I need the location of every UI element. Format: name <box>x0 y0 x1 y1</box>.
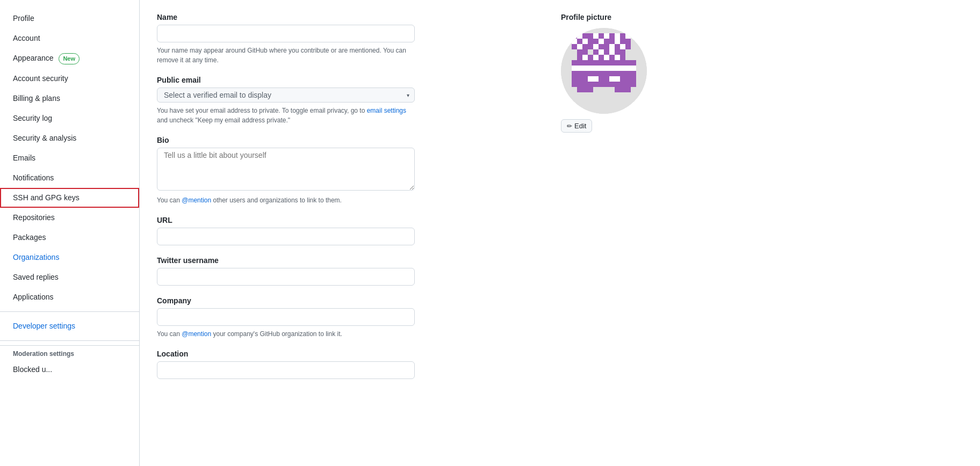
svg-rect-59 <box>577 92 593 103</box>
sidebar-item-organizations[interactable]: Organizations <box>0 247 139 267</box>
svg-rect-16 <box>593 39 599 44</box>
sidebar-item-applications[interactable]: Applications <box>0 287 139 307</box>
sidebar-moderation-section: Moderation settings Blocked u... <box>0 345 139 380</box>
svg-rect-14 <box>582 39 588 44</box>
sidebar-divider-1 <box>0 311 139 312</box>
svg-rect-27 <box>593 44 599 49</box>
svg-rect-26 <box>588 44 593 49</box>
svg-rect-37 <box>604 49 609 55</box>
svg-rect-60 <box>615 92 631 103</box>
bio-group: Bio You can @mention other users and org… <box>157 136 531 205</box>
svg-rect-28 <box>599 44 604 49</box>
svg-rect-58 <box>593 87 615 92</box>
main-content: Name Your name may appear around GitHub … <box>140 0 548 466</box>
sidebar-item-notifications[interactable]: Notifications <box>0 168 139 188</box>
sidebar-item-security-analysis[interactable]: Security & analysis <box>0 128 139 148</box>
sidebar-item-account-security[interactable]: Account security <box>0 69 139 89</box>
svg-rect-6 <box>599 33 604 39</box>
bio-helper: You can @mention other users and organiz… <box>157 195 415 205</box>
svg-rect-20 <box>615 39 620 44</box>
edit-avatar-button[interactable]: ✏ Edit <box>561 119 592 133</box>
twitter-group: Twitter username <box>157 256 531 286</box>
svg-rect-11 <box>625 33 631 39</box>
svg-rect-43 <box>593 55 599 60</box>
svg-rect-25 <box>582 44 588 49</box>
svg-rect-44 <box>599 55 604 60</box>
svg-rect-54 <box>588 76 599 82</box>
new-badge: New <box>59 53 80 65</box>
svg-rect-42 <box>588 55 593 60</box>
settings-sidebar: Profile Account Appearance New Account s… <box>0 0 140 466</box>
sidebar-main-section: Profile Account Appearance New Account s… <box>0 9 139 307</box>
svg-rect-55 <box>609 76 620 82</box>
svg-rect-45 <box>604 55 609 60</box>
sidebar-item-profile[interactable]: Profile <box>0 9 139 28</box>
sidebar-item-billing[interactable]: Billing & plans <box>0 89 139 108</box>
svg-rect-5 <box>593 33 599 39</box>
bio-label: Bio <box>157 136 531 144</box>
url-label: URL <box>157 216 531 224</box>
svg-rect-3 <box>582 33 588 39</box>
svg-rect-23 <box>572 44 577 49</box>
sidebar-item-account[interactable]: Account <box>0 28 139 48</box>
svg-rect-50 <box>572 65 636 71</box>
sidebar-item-emails[interactable]: Emails <box>0 148 139 168</box>
svg-rect-9 <box>615 33 620 39</box>
email-select-wrapper: Select a verified email to display ▾ <box>157 88 415 103</box>
sidebar-item-developer-settings[interactable]: Developer settings <box>0 316 139 336</box>
company-group: Company You can @mention your company's … <box>157 296 531 339</box>
svg-rect-18 <box>604 39 609 44</box>
svg-rect-36 <box>599 49 604 55</box>
email-label: Public email <box>157 76 531 84</box>
profile-picture-section: Profile picture <box>561 13 686 133</box>
company-input[interactable] <box>157 308 415 326</box>
pencil-icon: ✏ <box>567 122 572 130</box>
name-input[interactable] <box>157 25 415 42</box>
svg-rect-22 <box>625 39 631 44</box>
svg-rect-32 <box>620 44 625 49</box>
sidebar-item-appearance[interactable]: Appearance New <box>0 48 139 69</box>
svg-rect-21 <box>620 39 625 44</box>
sidebar-item-repositories[interactable]: Repositories <box>0 208 139 228</box>
svg-rect-51 <box>572 71 582 87</box>
email-settings-link[interactable]: email settings <box>367 107 406 114</box>
svg-rect-29 <box>604 44 609 49</box>
avatar <box>561 28 647 114</box>
sidebar-item-saved-replies[interactable]: Saved replies <box>0 267 139 287</box>
svg-rect-48 <box>620 55 625 60</box>
svg-rect-33 <box>625 44 631 49</box>
svg-rect-15 <box>588 39 593 44</box>
company-helper: You can @mention your company's GitHub o… <box>157 329 415 339</box>
svg-rect-30 <box>609 44 615 49</box>
svg-rect-12 <box>572 39 577 44</box>
profile-picture-title: Profile picture <box>561 13 611 21</box>
bio-input[interactable] <box>157 148 415 191</box>
name-label: Name <box>157 13 531 21</box>
sidebar-developer-section: Developer settings <box>0 316 139 336</box>
svg-rect-17 <box>599 39 604 44</box>
sidebar-item-blocked[interactable]: Blocked u... <box>0 360 139 380</box>
company-label: Company <box>157 296 531 305</box>
svg-rect-8 <box>609 33 615 39</box>
sidebar-item-packages[interactable]: Packages <box>0 228 139 247</box>
svg-rect-7 <box>604 33 609 39</box>
company-mention-link[interactable]: @mention <box>182 330 211 338</box>
svg-rect-24 <box>577 44 582 49</box>
email-select[interactable]: Select a verified email to display <box>157 88 415 103</box>
url-input[interactable] <box>157 228 415 245</box>
sidebar-item-security-log[interactable]: Security log <box>0 108 139 128</box>
svg-rect-13 <box>577 39 582 44</box>
name-group: Name Your name may appear around GitHub … <box>157 13 531 65</box>
svg-rect-4 <box>588 33 593 39</box>
svg-rect-2 <box>577 33 582 39</box>
svg-rect-10 <box>620 33 625 39</box>
sidebar-moderation-header: Moderation settings <box>0 345 139 360</box>
bio-mention-link[interactable]: @mention <box>182 196 211 204</box>
svg-rect-46 <box>609 55 615 60</box>
twitter-input[interactable] <box>157 268 415 286</box>
avatar-image <box>561 28 647 114</box>
location-input[interactable] <box>157 361 415 379</box>
url-group: URL <box>157 216 531 245</box>
sidebar-item-ssh-gpg[interactable]: SSH and GPG keys <box>0 188 139 208</box>
svg-rect-19 <box>609 39 615 44</box>
